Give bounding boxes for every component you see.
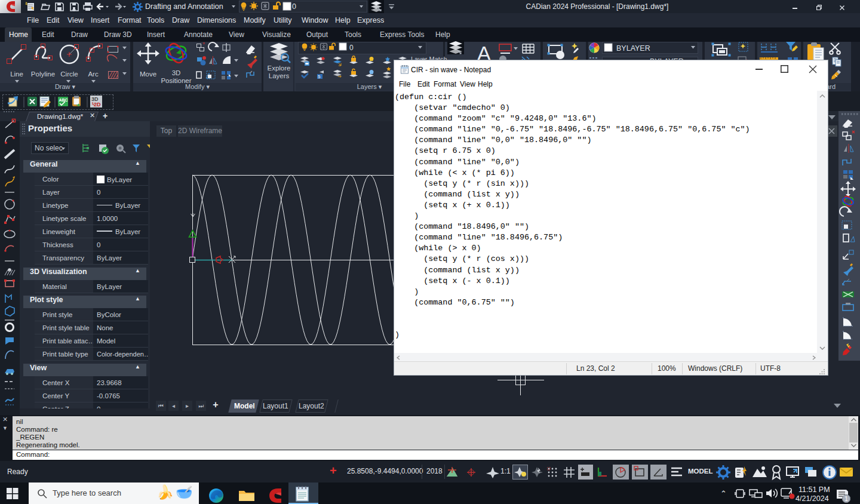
svg-text:1: 1 — [844, 496, 848, 502]
